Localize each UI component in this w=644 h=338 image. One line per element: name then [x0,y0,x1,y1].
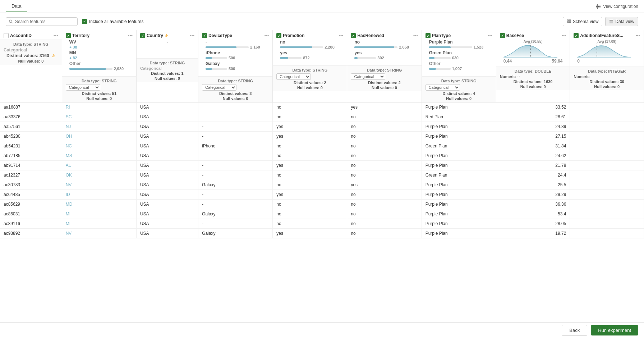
table-row: ac64485IDUSA-yesnoPurple Plan29.29 [0,190,644,200]
table-row: aa33376SCUSAnonoRed Plan28.61 [0,112,644,122]
country-checkbox[interactable]: ✓ [140,33,145,38]
svg-point-2 [597,7,598,8]
basefee-checkbox[interactable]: ✓ [500,33,505,38]
data-view-label: Data view [615,19,634,24]
svg-point-0 [597,4,598,5]
include-checkbox[interactable]: ✓ [82,19,87,24]
run-experiment-button[interactable]: Run experiment [591,325,638,335]
hasrenewed-checkbox[interactable]: ✓ [351,33,356,38]
svg-point-1 [599,6,600,7]
schema-view-label: Schema view [573,19,598,24]
schema-icon [567,19,571,24]
toolbar: ✓ Include all available features Schema … [0,13,644,30]
territory-label: Territory [72,33,89,38]
promotion-type-select[interactable]: Categorical [276,73,311,80]
svg-rect-9 [610,21,613,22]
view-configuration-btn[interactable]: View configuration [596,4,638,9]
accountid-distinct: Distinct values: 3160 ⚠ [4,52,58,59]
svg-rect-11 [610,23,613,23]
table-row: ac89116MIUSA-nonoPurple Plan28.05 [0,219,644,229]
data-view-btn[interactable]: Data view [605,17,638,26]
table-row: ac12327OKUSA-nonoGreen Plan24.4 [0,170,644,180]
country-label: Country [147,33,163,38]
schema-view-btn[interactable]: Schema view [563,17,602,26]
country-menu[interactable]: ••• [190,33,194,38]
basefee-chart [503,44,557,58]
table-row: ac30783NVUSAGalaxynoyesPurple Plan25.5 [0,180,644,190]
col-devicetype: ✓ DeviceType ••• - 2,160 [198,30,273,102]
data-table: AccountID ••• Data type: STRING Categori… [0,30,644,238]
svg-rect-8 [610,20,613,20]
svg-point-3 [9,20,12,22]
plantype-checkbox[interactable]: ✓ [426,33,431,38]
col-plantype: ✓ PlanType ••• Purple Plan 1,523 [422,30,496,102]
table-row: ac86031MIUSAGalaxynonoPurple Plan53.4 [0,209,644,219]
include-features: ✓ Include all available features [82,19,143,24]
territory-menu[interactable]: ••• [128,33,133,38]
promotion-checkbox[interactable]: ✓ [276,33,281,38]
col-additionalfeatures: ✓ AdditionalFeatureS... ••• Avg (17.09) [570,30,644,102]
tab-list: Data [6,0,27,12]
toolbar-right: Schema view Data view [563,17,638,26]
bottom-bar: Back Run experiment [0,322,644,338]
table-row: ab64231NCUSAiPhonenonoGreen Plan31.84 [0,141,644,151]
devicetype-checkbox[interactable]: ✓ [202,33,207,38]
svg-rect-10 [610,22,613,23]
table-row: ab45280OHUSA-yesnoPurple Plan27.15 [0,132,644,141]
table-row: ac93892NVUSAGalaxyyesnoPurple Plan19.72 [0,229,644,238]
plantype-type-select[interactable]: Categorical [426,84,460,91]
accountid-checkbox[interactable] [4,33,9,38]
back-button[interactable]: Back [562,325,587,336]
hasrenewed-label: HasRenewed [357,33,384,38]
hasrenewed-type-select[interactable]: Categorical [351,73,385,80]
include-label: Include all available features [89,19,143,24]
svg-rect-5 [567,22,569,23]
accountid-datatype: Data type: STRING [4,42,58,46]
col-promotion: ✓ Promotion ••• no 2,288 [273,30,347,102]
basefee-menu[interactable]: ••• [562,33,566,38]
plantype-label: PlanType [432,33,451,38]
devicetype-type-select[interactable]: Categorical [202,84,236,91]
additionalfeatures-menu[interactable]: ••• [635,33,640,38]
top-nav: Data View configuration [0,0,644,13]
accountid-menu[interactable]: ••• [54,33,58,38]
col-accountid: AccountID ••• Data type: STRING Categori… [0,30,62,102]
accountid-null: Null values: 0 [4,59,58,63]
hasrenewed-menu[interactable]: ••• [413,33,418,38]
devicetype-menu[interactable]: ••• [264,33,269,38]
dropdown-icon [517,75,520,78]
additionalfeatures-checkbox[interactable]: ✓ [574,33,579,38]
svg-rect-7 [569,22,571,23]
territory-checkbox[interactable]: ✓ [66,33,71,38]
view-configuration-label: View configuration [603,4,638,9]
table-row: ab91714ALUSA-yesnoPurple Plan21.78 [0,161,644,170]
app-container: Data View configuration ✓ In [0,0,644,338]
configuration-icon [596,4,601,9]
table-icon [609,19,613,24]
table-row: ab77185MSUSA-nonoPurple Plan24.62 [0,151,644,161]
col-territory: ✓ Territory ••• WV ● 38 [62,30,136,102]
territory-type-select[interactable]: Categorical [66,84,100,91]
accountid-label: AccountID [10,33,32,38]
search-box[interactable] [6,17,78,26]
table-row: aa57561NJUSA-yesnoPurple Plan24.89 [0,122,644,132]
search-input[interactable] [15,19,74,24]
plantype-menu[interactable]: ••• [488,33,492,38]
additionalfeatures-chart [577,44,631,58]
svg-rect-6 [569,20,571,21]
svg-rect-4 [567,20,569,21]
table-body: aa16887RIUSAnoyesPurple Plan33.52aa33376… [0,102,644,238]
additionalfeatures-label: AdditionalFeatureS... [580,33,623,38]
devicetype-label: DeviceType [208,33,232,38]
table-row: ac85629MDUSA-nonoPurple Plan36.36 [0,200,644,209]
header-row: AccountID ••• Data type: STRING Categori… [0,30,644,102]
tab-data[interactable]: Data [6,0,27,12]
col-hasrenewed: ✓ HasRenewed ••• no 2,858 [347,30,422,102]
table-row: aa16887RIUSAnoyesPurple Plan33.52 [0,102,644,112]
promotion-label: Promotion [283,33,304,38]
country-warning: ⚠ [165,33,169,38]
promotion-menu[interactable]: ••• [339,33,344,38]
data-table-container[interactable]: AccountID ••• Data type: STRING Categori… [0,30,644,322]
col-country: ✓ Country ⚠ ••• - Data type: STRING [136,30,198,102]
basefee-label: BaseFee [506,33,524,38]
